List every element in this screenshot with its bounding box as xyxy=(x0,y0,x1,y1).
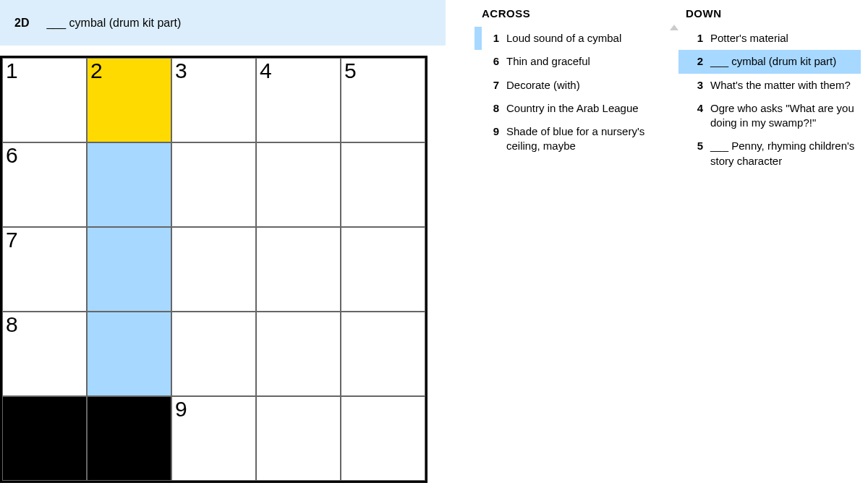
grid-cell[interactable]: 8 xyxy=(2,312,87,396)
grid-cell[interactable]: 1 xyxy=(2,58,87,142)
clue-number: 1 xyxy=(482,31,499,46)
clue-number: 3 xyxy=(686,78,703,93)
clue-number: 8 xyxy=(482,101,499,116)
cell-number: 7 xyxy=(6,228,17,252)
clue-number: 6 xyxy=(482,54,499,69)
clue-item[interactable]: 6Thin and graceful xyxy=(475,50,657,73)
clue-item[interactable]: 2___ cymbal (drum kit part) xyxy=(678,50,861,73)
grid-cell[interactable] xyxy=(171,227,256,312)
cell-number: 8 xyxy=(6,312,17,337)
grid-cell[interactable]: 3 xyxy=(171,58,256,142)
clue-item[interactable]: 8Country in the Arab League xyxy=(475,97,657,120)
grid-cell[interactable]: 7 xyxy=(2,227,87,312)
grid-cell[interactable] xyxy=(341,227,425,312)
clue-item[interactable]: 7Decorate (with) xyxy=(475,74,657,97)
current-clue-text: ___ cymbal (drum kit part) xyxy=(46,17,181,30)
scroll-up-icon[interactable] xyxy=(670,25,678,30)
down-column: DOWN 1Potter's material2___ cymbal (drum… xyxy=(678,7,861,488)
clue-text: Potter's material xyxy=(710,31,856,46)
grid-cell[interactable]: 4 xyxy=(256,58,341,142)
cell-number: 3 xyxy=(175,59,187,83)
cell-number: 2 xyxy=(90,59,102,83)
grid-cell xyxy=(87,396,171,481)
clue-text: Thin and graceful xyxy=(506,54,652,69)
grid-cell[interactable] xyxy=(256,312,341,396)
current-clue-number: 2D xyxy=(14,17,29,30)
clue-item[interactable]: 9Shade of blue for a nursery's ceiling, … xyxy=(475,120,657,158)
grid-cell[interactable]: 9 xyxy=(171,396,256,481)
grid-cell[interactable]: 6 xyxy=(2,142,87,227)
clue-item[interactable]: 1Loud sound of a cymbal xyxy=(475,27,657,50)
clue-text: Shade of blue for a nursery's ceiling, m… xyxy=(506,124,652,154)
clue-number: 1 xyxy=(686,31,703,46)
clue-text: Decorate (with) xyxy=(506,78,652,93)
grid-cell[interactable] xyxy=(87,142,171,227)
grid-cell[interactable] xyxy=(341,142,425,227)
grid-cell[interactable] xyxy=(171,142,256,227)
across-heading: ACROSS xyxy=(475,7,657,20)
clue-item[interactable]: 4Ogre who asks "What are you doing in my… xyxy=(678,97,861,135)
clue-text: What's the matter with them? xyxy=(710,78,856,93)
down-heading: DOWN xyxy=(678,7,861,20)
grid-cell[interactable]: 5 xyxy=(341,58,425,142)
clue-text: Country in the Arab League xyxy=(506,101,652,116)
grid-cell[interactable] xyxy=(87,227,171,312)
clue-number: 2 xyxy=(686,54,703,69)
grid-cell[interactable] xyxy=(256,396,341,481)
grid-cell[interactable] xyxy=(256,227,341,312)
cell-number: 4 xyxy=(260,59,271,83)
cell-number: 6 xyxy=(6,143,17,168)
clue-number: 5 xyxy=(686,139,703,153)
grid-cell[interactable] xyxy=(341,312,425,396)
clue-text: ___ cymbal (drum kit part) xyxy=(710,54,856,69)
clue-text: Ogre who asks "What are you doing in my … xyxy=(710,101,856,131)
grid-cell[interactable] xyxy=(171,312,256,396)
clue-item[interactable]: 5___ Penny, rhyming children's story cha… xyxy=(678,134,861,173)
clue-number: 7 xyxy=(482,78,499,93)
clue-number: 4 xyxy=(686,101,703,116)
crossword-grid: 123456789 xyxy=(0,56,427,483)
grid-cell[interactable] xyxy=(256,142,341,227)
down-list: 1Potter's material2___ cymbal (drum kit … xyxy=(678,27,861,173)
clue-text: ___ Penny, rhyming children's story char… xyxy=(710,139,856,168)
clue-text: Loud sound of a cymbal xyxy=(506,31,652,46)
grid-cell[interactable] xyxy=(341,396,425,481)
grid-container: 123456789 xyxy=(0,46,446,483)
clue-number: 9 xyxy=(482,124,499,139)
grid-cell[interactable]: 2 xyxy=(87,58,171,142)
cell-number: 1 xyxy=(6,59,17,83)
cell-number: 5 xyxy=(344,59,356,83)
current-clue-bar[interactable]: 2D ___ cymbal (drum kit part) xyxy=(0,0,446,46)
puzzle-panel: 2D ___ cymbal (drum kit part) 123456789 xyxy=(0,0,446,488)
clue-item[interactable]: 1Potter's material xyxy=(678,27,861,50)
clues-panel: ACROSS 1Loud sound of a cymbal6Thin and … xyxy=(446,0,868,488)
grid-cell xyxy=(2,396,87,481)
across-list: 1Loud sound of a cymbal6Thin and gracefu… xyxy=(475,27,657,158)
cell-number: 9 xyxy=(175,397,187,421)
grid-cell[interactable] xyxy=(87,312,171,396)
clue-item[interactable]: 3What's the matter with them? xyxy=(678,74,861,97)
across-column: ACROSS 1Loud sound of a cymbal6Thin and … xyxy=(475,7,657,488)
